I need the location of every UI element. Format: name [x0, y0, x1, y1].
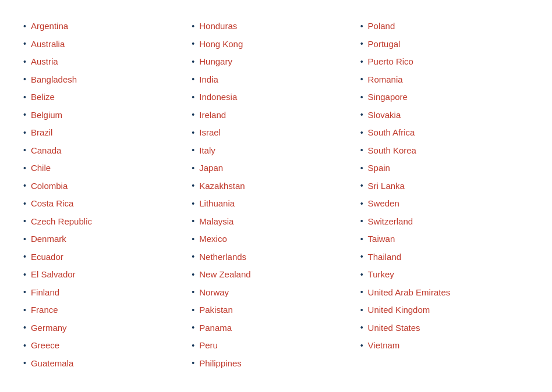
list-item: •Thailand [360, 248, 529, 266]
bullet-icon: • [23, 357, 26, 369]
bullet-icon: • [23, 91, 26, 104]
column-1: •Argentina•Australia•Austria•Bangladesh•… [23, 17, 192, 372]
country-name: Malaysia [199, 215, 233, 229]
list-item: •Australia [23, 35, 192, 54]
country-name: Vietnam [368, 339, 400, 352]
country-name: Costa Rica [31, 197, 73, 211]
list-item: •Peru [192, 337, 360, 355]
country-name: Chile [31, 162, 51, 175]
bullet-icon: • [192, 304, 194, 316]
list-item: •Malaysia [192, 213, 360, 231]
countries-container: •Argentina•Australia•Austria•Bangladesh•… [23, 17, 529, 372]
country-name: Austria [31, 55, 58, 69]
list-item: •Japan [192, 159, 360, 177]
country-name: New Zealand [199, 268, 250, 281]
country-name: Netherlands [199, 251, 246, 264]
list-item: •Lithuania [192, 195, 360, 213]
list-item: •Denmark [23, 230, 192, 248]
country-name: Belize [31, 91, 55, 104]
country-name: Norway [199, 286, 229, 300]
list-item: •Taiwan [360, 230, 529, 248]
bullet-icon: • [23, 340, 26, 352]
list-item: •United States [360, 319, 529, 337]
list-item: •Hungary [192, 53, 360, 71]
country-name: Panama [199, 322, 232, 335]
bullet-icon: • [23, 286, 26, 298]
country-name: Ecuador [31, 251, 63, 264]
list-item: •Ecuador [23, 248, 192, 266]
bullet-icon: • [192, 109, 194, 121]
bullet-icon: • [360, 322, 363, 334]
bullet-icon: • [192, 322, 194, 334]
country-name: Pakistan [199, 304, 233, 317]
bullet-icon: • [360, 233, 363, 245]
country-name: Taiwan [368, 233, 395, 246]
list-item: •Spain [360, 159, 529, 177]
country-name: Guatemala [31, 357, 73, 370]
list-item: •Israel [192, 124, 360, 142]
country-name: Germany [31, 322, 67, 335]
bullet-icon: • [360, 20, 363, 33]
list-item: •Indonesia [192, 88, 360, 106]
bullet-icon: • [192, 38, 194, 50]
bullet-icon: • [23, 20, 26, 33]
bullet-icon: • [192, 56, 194, 68]
country-name: Lithuania [199, 197, 235, 211]
bullet-icon: • [360, 109, 363, 121]
list-item: •El Salvador [23, 266, 192, 284]
list-item: •Germany [23, 319, 192, 337]
country-name: Thailand [368, 251, 402, 264]
country-name: Canada [31, 144, 62, 158]
bullet-icon: • [360, 91, 363, 104]
bullet-icon: • [192, 340, 194, 352]
bullet-icon: • [360, 340, 363, 352]
list-item: •Canada [23, 142, 192, 160]
list-item: •Bangladesh [23, 71, 192, 89]
list-item: •Singapore [360, 88, 529, 106]
country-name: Singapore [368, 91, 408, 104]
list-item: •Costa Rica [23, 195, 192, 213]
bullet-icon: • [360, 38, 363, 50]
list-item: •Argentina [23, 17, 192, 35]
list-item: •Belize [23, 88, 192, 106]
country-name: Argentina [31, 20, 68, 33]
list-item: •Hong Kong [192, 35, 360, 54]
list-item: •Belgium [23, 106, 192, 124]
country-name: Colombia [31, 180, 68, 193]
country-name: Hong Kong [199, 38, 243, 51]
list-item: •Puerto Rico [360, 53, 529, 71]
country-list-2: •Honduras•Hong Kong•Hungary•India•Indone… [192, 17, 360, 372]
bullet-icon: • [360, 180, 363, 192]
bullet-icon: • [192, 269, 194, 281]
bullet-icon: • [23, 215, 26, 227]
bullet-icon: • [23, 144, 26, 156]
country-name: Ireland [199, 109, 226, 122]
list-item: •Romania [360, 71, 529, 89]
country-name: Brazil [31, 126, 53, 140]
country-name: Belgium [31, 109, 62, 122]
country-name: Romania [368, 73, 403, 87]
country-name: Puerto Rico [368, 55, 413, 69]
bullet-icon: • [23, 233, 26, 245]
bullet-icon: • [23, 127, 26, 139]
list-item: •Chile [23, 159, 192, 177]
country-list-3: •Poland•Portugal•Puerto Rico•Romania•Sin… [360, 17, 529, 355]
country-name: Indonesia [199, 91, 237, 104]
bullet-icon: • [360, 56, 363, 68]
bullet-icon: • [360, 269, 363, 281]
bullet-icon: • [23, 162, 26, 174]
country-name: Italy [199, 144, 215, 158]
bullet-icon: • [192, 162, 194, 174]
bullet-icon: • [23, 304, 26, 316]
country-name: Slovakia [368, 109, 401, 122]
list-item: •Colombia [23, 177, 192, 195]
list-item: •Pakistan [192, 301, 360, 319]
list-item: •United Kingdom [360, 301, 529, 319]
bullet-icon: • [23, 198, 26, 210]
country-name: Finland [31, 286, 59, 300]
country-name: Hungary [199, 55, 232, 69]
bullet-icon: • [23, 109, 26, 121]
list-item: •Guatemala [23, 355, 192, 373]
bullet-icon: • [360, 73, 363, 85]
country-name: United Kingdom [368, 304, 430, 317]
